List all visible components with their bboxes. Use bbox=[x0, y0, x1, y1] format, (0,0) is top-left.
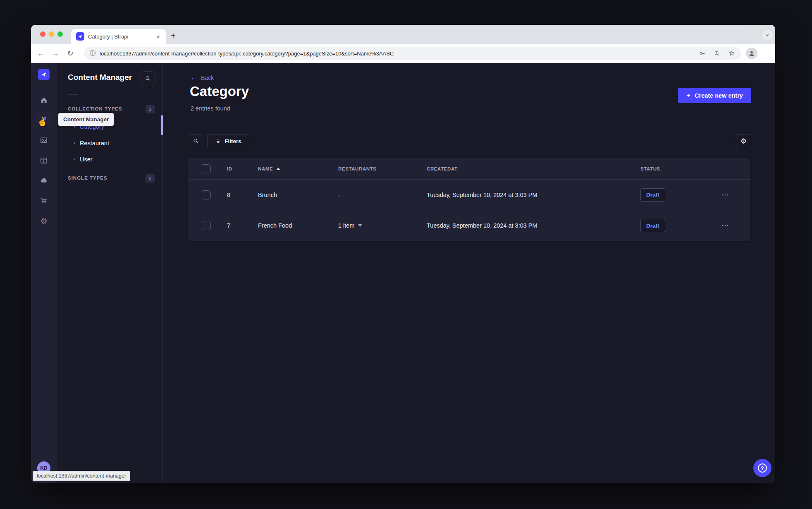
media-library-icon[interactable] bbox=[37, 133, 51, 147]
column-header-restaurants: RESTAURANTS bbox=[338, 166, 377, 171]
cell-id: 7 bbox=[227, 222, 230, 229]
address-bar[interactable]: ⓘ localhost:1337/admin/content-manager/c… bbox=[84, 47, 741, 60]
create-button-label: Create new entry bbox=[695, 92, 743, 99]
restaurants-count-label: 1 item bbox=[338, 222, 355, 229]
bullet-icon bbox=[74, 142, 75, 144]
url-text: localhost:1337/admin/content-manager/col… bbox=[100, 50, 691, 57]
back-nav-icon[interactable]: ← bbox=[35, 44, 46, 63]
settings-gear-icon[interactable]: ⚙ bbox=[37, 214, 51, 228]
reload-icon[interactable]: ↻ bbox=[64, 44, 76, 63]
strapi-favicon-icon bbox=[76, 32, 84, 41]
cell-name: French Food bbox=[258, 222, 292, 229]
close-window-button[interactable] bbox=[40, 31, 45, 37]
strapi-app: ⚙ KD Content Manager COLLECTION TYPES 3 … bbox=[31, 63, 775, 483]
subnav-title: Content Manager bbox=[68, 73, 132, 82]
site-info-icon[interactable]: ⓘ bbox=[90, 50, 96, 57]
home-icon[interactable] bbox=[37, 93, 51, 107]
column-header-createdat: CREATEDAT bbox=[427, 166, 458, 171]
entries-count-text: 2 entries found bbox=[191, 105, 230, 112]
tab-search-chevron-icon[interactable] bbox=[762, 30, 773, 41]
filters-button[interactable]: Filters bbox=[207, 134, 249, 148]
content-manager-subnav: Content Manager COLLECTION TYPES 3 Categ… bbox=[57, 63, 163, 483]
sidebar-item-label: User bbox=[80, 156, 93, 163]
back-arrow-icon: ← bbox=[191, 74, 197, 82]
back-label: Back bbox=[201, 74, 214, 81]
link-preview-status-bar: localhost:1337/admin/content-manager bbox=[33, 471, 130, 481]
password-key-icon[interactable] bbox=[699, 50, 706, 57]
collection-types-label: COLLECTION TYPES bbox=[68, 106, 122, 111]
zoom-search-icon[interactable] bbox=[714, 50, 721, 57]
browser-titlebar: Category | Strapi × + bbox=[31, 25, 775, 44]
column-header-status: STATUS bbox=[640, 166, 660, 171]
filter-funnel-icon bbox=[215, 138, 221, 144]
rail-divider bbox=[36, 92, 52, 92]
cell-restaurants: - bbox=[338, 192, 340, 198]
help-button[interactable]: ? bbox=[753, 459, 771, 477]
row-actions-menu-icon[interactable]: ⋯ bbox=[721, 190, 729, 199]
cell-id: 8 bbox=[227, 192, 230, 198]
create-new-entry-button[interactable]: + Create new entry bbox=[678, 88, 751, 103]
cell-name: Brunch bbox=[258, 192, 277, 198]
browser-window: Category | Strapi × + ← → ↻ ⓘ localhost:… bbox=[31, 25, 775, 483]
tab-close-icon[interactable]: × bbox=[155, 33, 161, 40]
zoom-window-button[interactable] bbox=[57, 31, 63, 37]
plus-icon: + bbox=[686, 91, 690, 100]
new-tab-button[interactable]: + bbox=[171, 31, 176, 40]
page-title: Category bbox=[190, 84, 249, 99]
row-checkbox[interactable] bbox=[202, 221, 211, 230]
filters-label: Filters bbox=[224, 138, 241, 144]
select-all-checkbox[interactable] bbox=[202, 164, 211, 173]
active-page-indicator bbox=[161, 115, 163, 135]
cell-createdat: Tuesday, September 10, 2024 at 3:03 PM bbox=[427, 192, 537, 198]
bullet-icon bbox=[74, 126, 75, 127]
single-types-count-badge: 0 bbox=[146, 174, 155, 182]
strapi-logo[interactable] bbox=[38, 69, 50, 80]
question-mark-icon: ? bbox=[758, 463, 767, 473]
sidebar-item-restaurant[interactable]: Restaurant bbox=[74, 140, 109, 146]
sort-ascending-icon bbox=[276, 168, 280, 170]
sidebar-item-user[interactable]: User bbox=[74, 156, 93, 163]
row-checkbox[interactable] bbox=[202, 190, 211, 199]
marketplace-cart-icon[interactable] bbox=[37, 194, 51, 208]
bullet-icon bbox=[74, 158, 75, 160]
bookmark-star-icon[interactable] bbox=[728, 50, 736, 57]
forward-nav-icon[interactable]: → bbox=[50, 44, 61, 63]
column-header-id[interactable]: ID bbox=[227, 166, 232, 171]
collection-types-count-badge: 3 bbox=[146, 105, 155, 113]
entries-table: ID NAME RESTAURANTS CREATEDAT STATUS 8 B… bbox=[188, 158, 750, 241]
content-type-builder-icon[interactable] bbox=[37, 154, 51, 168]
column-header-name[interactable]: NAME bbox=[258, 166, 280, 171]
cell-createdat: Tuesday, September 10, 2024 at 3:03 PM bbox=[427, 222, 537, 229]
back-link[interactable]: ← Back bbox=[191, 74, 214, 82]
cell-restaurants[interactable]: 1 item bbox=[338, 222, 362, 229]
row-actions-menu-icon[interactable]: ⋯ bbox=[721, 221, 729, 230]
table-row[interactable]: 7 French Food 1 item Tuesday, September … bbox=[188, 210, 750, 241]
minimize-window-button[interactable] bbox=[49, 31, 54, 37]
status-badge: Draft bbox=[640, 188, 665, 202]
status-badge: Draft bbox=[640, 219, 665, 232]
table-header-row: ID NAME RESTAURANTS CREATEDAT STATUS bbox=[188, 158, 750, 180]
browser-tab[interactable]: Category | Strapi × bbox=[71, 29, 166, 44]
table-search-button[interactable] bbox=[189, 134, 203, 148]
table-row[interactable]: 8 Brunch - Tuesday, September 10, 2024 a… bbox=[188, 180, 750, 210]
subnav-search-button[interactable] bbox=[141, 71, 155, 86]
column-header-name-label: NAME bbox=[258, 166, 273, 171]
cloud-icon[interactable] bbox=[37, 173, 51, 187]
browser-profile-icon[interactable] bbox=[746, 48, 757, 59]
browser-toolbar: ← → ↻ ⓘ localhost:1337/admin/content-man… bbox=[31, 44, 775, 63]
view-settings-gear-icon[interactable]: ⚙ bbox=[736, 134, 751, 148]
content-manager-tooltip: Content Manager bbox=[58, 113, 114, 126]
sidebar-item-label: Restaurant bbox=[80, 140, 109, 146]
subnav-divider bbox=[68, 94, 78, 95]
chevron-down-icon bbox=[358, 224, 362, 227]
single-types-label: SINGLE TYPES bbox=[68, 175, 107, 180]
tab-title: Category | Strapi bbox=[88, 34, 155, 40]
